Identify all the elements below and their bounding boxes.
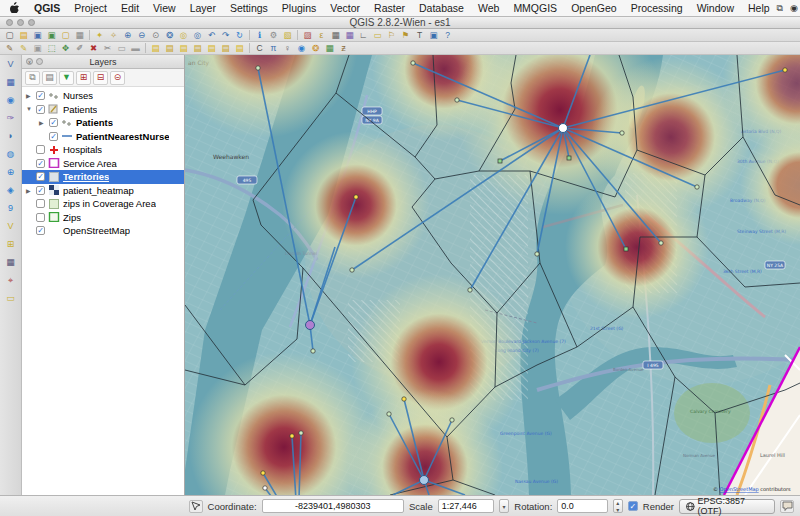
patient-marker[interactable] <box>263 486 267 490</box>
deselect-features-icon[interactable]: ▨ <box>301 30 314 41</box>
patient-marker[interactable] <box>290 434 294 438</box>
patient-marker[interactable] <box>299 431 303 435</box>
select-by-expression-icon[interactable]: ε <box>315 30 328 41</box>
patient-marker[interactable] <box>695 185 699 189</box>
menu-view[interactable]: View <box>146 2 183 14</box>
new-shapefile-layer-icon[interactable]: V <box>3 219 19 234</box>
rotation-input[interactable]: 0.0 <box>557 499 607 513</box>
layer-visibility-checkbox[interactable]: ✓ <box>36 186 45 195</box>
open-project-icon[interactable]: ▤ <box>17 30 30 41</box>
zoom-to-selection-icon[interactable]: ◎ <box>177 30 190 41</box>
label-settings-icon[interactable]: ▤ <box>149 43 162 54</box>
menu-layer[interactable]: Layer <box>183 2 223 14</box>
patient-marker[interactable] <box>311 349 315 353</box>
zoom-out-icon[interactable]: ⊖ <box>135 30 148 41</box>
add-group-icon[interactable]: ⧉ <box>25 71 40 85</box>
new-spatialite-layer-icon[interactable]: ⊞ <box>3 237 19 252</box>
run-feature-action-icon[interactable]: ⚙ <box>267 30 280 41</box>
map-canvas[interactable]: an CityWeehawkenLincoln TunnelVernon Bou… <box>185 55 800 495</box>
node-tool-icon[interactable]: ✐ <box>73 43 86 54</box>
plugin-manager-icon[interactable]: ▦ <box>323 43 336 54</box>
current-edits-icon[interactable]: ✎ <box>3 43 16 54</box>
menu-window[interactable]: Window <box>690 2 741 14</box>
new-composer-icon[interactable]: ▢ <box>59 30 72 41</box>
add-delimited-text-layer-icon[interactable]: ▦ <box>3 255 19 270</box>
add-feature-icon[interactable]: ⬚ <box>45 43 58 54</box>
menu-raster[interactable]: Raster <box>367 2 412 14</box>
search-metadata-icon[interactable]: ♀ <box>281 43 294 54</box>
label-properties-icon[interactable]: ▤ <box>233 43 246 54</box>
layer-visibility-checkbox[interactable] <box>36 199 45 208</box>
zoom-full-icon[interactable]: ❂ <box>163 30 176 41</box>
layer-item-patient-heatmap[interactable]: ▶✓patient_heatmap <box>22 184 184 198</box>
coordinate-toggle-icon[interactable] <box>189 500 203 513</box>
label-pin-icon[interactable]: ▤ <box>163 43 176 54</box>
pan-to-selection-icon[interactable]: ✧ <box>107 30 120 41</box>
collapse-all-icon[interactable]: ⊟ <box>93 71 108 85</box>
python-console-icon[interactable]: π <box>267 43 280 54</box>
user-switch-icon[interactable]: ◉ <box>790 3 798 13</box>
osm-attribution[interactable]: © OpenStreetMap contributors <box>713 486 791 493</box>
patient-marker[interactable] <box>535 252 539 256</box>
show-bookmarks-icon[interactable]: ⚑ <box>399 30 412 41</box>
patient-marker[interactable] <box>620 131 624 135</box>
paste-features-icon[interactable]: ▬ <box>129 43 142 54</box>
layer-item-zips-in-coverage-area[interactable]: zips in Coverage Area <box>22 197 184 211</box>
manage-layer-visibility-icon[interactable]: ▤ <box>42 71 57 85</box>
filter-legend-icon[interactable]: ▼ <box>59 71 74 85</box>
measure-icon[interactable]: ∟ <box>357 30 370 41</box>
menu-edit[interactable]: Edit <box>114 2 146 14</box>
layer-visibility-checkbox[interactable] <box>36 213 45 222</box>
new-project-icon[interactable]: ▢ <box>3 30 16 41</box>
delete-selected-icon[interactable]: ✖ <box>87 43 100 54</box>
menu-settings[interactable]: Settings <box>223 2 275 14</box>
expand-arrow-icon[interactable]: ▶ <box>26 92 33 99</box>
composer-manager-icon[interactable]: ▦ <box>73 30 86 41</box>
help-contents-icon[interactable]: ▣ <box>427 30 440 41</box>
text-annotation-icon[interactable]: T <box>413 30 426 41</box>
layer-item-service-area[interactable]: ✓Service Area <box>22 157 184 171</box>
layer-visibility-checkbox[interactable]: ✓ <box>49 118 58 127</box>
menu-web[interactable]: Web <box>471 2 506 14</box>
add-wms-layer-icon[interactable]: ⊕ <box>3 165 19 180</box>
expand-arrow-icon[interactable]: ▶ <box>39 119 46 126</box>
add-vector-layer-icon[interactable]: V <box>3 57 19 72</box>
layer-item-territories[interactable]: ✓Territories <box>22 170 184 184</box>
opengeo-explorer-icon[interactable]: ◉ <box>295 43 308 54</box>
zoom-to-layer-icon[interactable]: ◎ <box>191 30 204 41</box>
menu-help[interactable]: Help <box>741 2 777 14</box>
layer-item-patients[interactable]: ▶✓Patients <box>22 116 184 130</box>
toggle-editing-icon[interactable]: ✎ <box>17 43 30 54</box>
patient-marker[interactable] <box>783 68 787 72</box>
log-messages-icon[interactable] <box>780 500 794 513</box>
patient-marker[interactable] <box>261 471 265 475</box>
layer-visibility-checkbox[interactable]: ✓ <box>49 132 58 141</box>
add-raster-layer-icon[interactable]: ▦ <box>3 75 19 90</box>
menu-plugins[interactable]: Plugins <box>275 2 323 14</box>
zoom-to-coordinates-icon[interactable]: ƶ <box>337 43 350 54</box>
patient-marker[interactable] <box>468 288 472 292</box>
layer-visibility-checkbox[interactable]: ✓ <box>36 159 45 168</box>
add-wcs-layer-icon[interactable]: ◈ <box>3 183 19 198</box>
menu-qgis[interactable]: QGIS <box>27 2 67 14</box>
menu-opengeo[interactable]: OpenGeo <box>564 2 624 14</box>
label-rotate-icon[interactable]: ▤ <box>205 43 218 54</box>
label-highlight-icon[interactable]: ▤ <box>177 43 190 54</box>
apple-menu-icon[interactable] <box>10 2 19 15</box>
whats-this-icon[interactable]: ? <box>441 30 454 41</box>
cut-features-icon[interactable]: ✂ <box>101 43 114 54</box>
render-checkbox[interactable]: ✓ <box>628 501 638 511</box>
add-mssql-layer-icon[interactable]: ◗ <box>3 129 19 144</box>
patient-marker[interactable] <box>354 195 358 199</box>
zoom-in-icon[interactable]: ⊕ <box>121 30 134 41</box>
label-move-icon[interactable]: ▤ <box>191 43 204 54</box>
layer-item-zips[interactable]: Zips <box>22 211 184 225</box>
map-tips-icon[interactable]: ▭ <box>371 30 384 41</box>
menu-mmqgis[interactable]: MMQGIS <box>506 2 564 14</box>
add-spatialite-layer-icon[interactable]: ✑ <box>3 111 19 126</box>
layer-visibility-checkbox[interactable]: ✓ <box>36 172 45 181</box>
layer-item-patients[interactable]: ▼✓Patients <box>22 103 184 117</box>
label-change-icon[interactable]: ▤ <box>219 43 232 54</box>
refresh-map-icon[interactable]: ↻ <box>233 30 246 41</box>
patient-marker[interactable] <box>450 418 454 422</box>
